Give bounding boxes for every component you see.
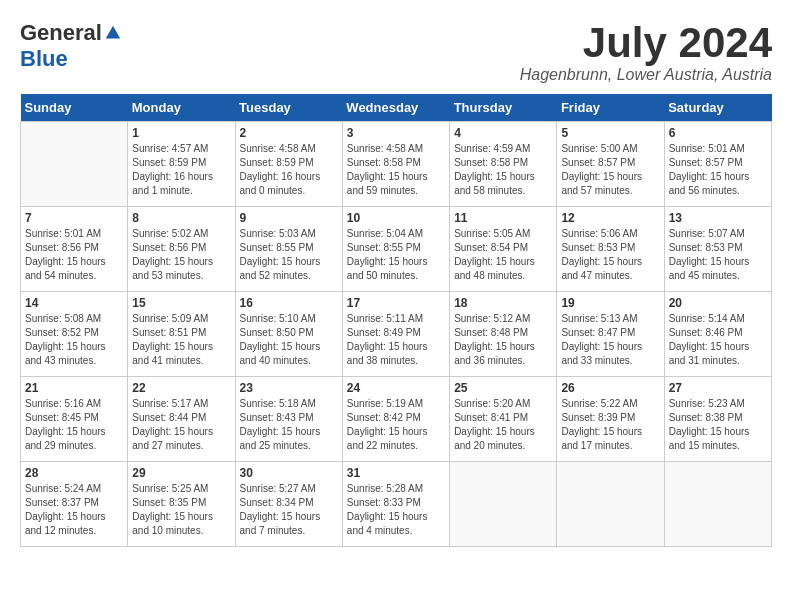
day-info: Sunrise: 5:25 AMSunset: 8:35 PMDaylight:… (132, 482, 230, 538)
svg-marker-0 (106, 26, 120, 39)
day-info: Sunrise: 5:01 AMSunset: 8:56 PMDaylight:… (25, 227, 123, 283)
day-cell: 9Sunrise: 5:03 AMSunset: 8:55 PMDaylight… (235, 207, 342, 292)
weekday-header-sunday: Sunday (21, 94, 128, 122)
day-info: Sunrise: 5:28 AMSunset: 8:33 PMDaylight:… (347, 482, 445, 538)
week-row-2: 7Sunrise: 5:01 AMSunset: 8:56 PMDaylight… (21, 207, 772, 292)
day-number: 23 (240, 381, 338, 395)
day-cell: 2Sunrise: 4:58 AMSunset: 8:59 PMDaylight… (235, 122, 342, 207)
day-info: Sunrise: 5:11 AMSunset: 8:49 PMDaylight:… (347, 312, 445, 368)
day-cell: 18Sunrise: 5:12 AMSunset: 8:48 PMDayligh… (450, 292, 557, 377)
day-cell: 13Sunrise: 5:07 AMSunset: 8:53 PMDayligh… (664, 207, 771, 292)
day-number: 9 (240, 211, 338, 225)
day-cell: 21Sunrise: 5:16 AMSunset: 8:45 PMDayligh… (21, 377, 128, 462)
day-number: 5 (561, 126, 659, 140)
day-number: 4 (454, 126, 552, 140)
day-info: Sunrise: 5:16 AMSunset: 8:45 PMDaylight:… (25, 397, 123, 453)
week-row-5: 28Sunrise: 5:24 AMSunset: 8:37 PMDayligh… (21, 462, 772, 547)
weekday-header-friday: Friday (557, 94, 664, 122)
day-info: Sunrise: 5:05 AMSunset: 8:54 PMDaylight:… (454, 227, 552, 283)
week-row-3: 14Sunrise: 5:08 AMSunset: 8:52 PMDayligh… (21, 292, 772, 377)
day-number: 27 (669, 381, 767, 395)
day-number: 24 (347, 381, 445, 395)
day-info: Sunrise: 5:07 AMSunset: 8:53 PMDaylight:… (669, 227, 767, 283)
day-cell: 10Sunrise: 5:04 AMSunset: 8:55 PMDayligh… (342, 207, 449, 292)
day-info: Sunrise: 5:23 AMSunset: 8:38 PMDaylight:… (669, 397, 767, 453)
day-cell: 16Sunrise: 5:10 AMSunset: 8:50 PMDayligh… (235, 292, 342, 377)
day-number: 20 (669, 296, 767, 310)
weekday-header-tuesday: Tuesday (235, 94, 342, 122)
day-cell: 31Sunrise: 5:28 AMSunset: 8:33 PMDayligh… (342, 462, 449, 547)
day-number: 15 (132, 296, 230, 310)
day-info: Sunrise: 5:27 AMSunset: 8:34 PMDaylight:… (240, 482, 338, 538)
day-number: 2 (240, 126, 338, 140)
logo-general: General (20, 20, 102, 46)
day-number: 19 (561, 296, 659, 310)
day-info: Sunrise: 5:06 AMSunset: 8:53 PMDaylight:… (561, 227, 659, 283)
day-info: Sunrise: 5:01 AMSunset: 8:57 PMDaylight:… (669, 142, 767, 198)
day-number: 21 (25, 381, 123, 395)
day-cell: 25Sunrise: 5:20 AMSunset: 8:41 PMDayligh… (450, 377, 557, 462)
day-number: 31 (347, 466, 445, 480)
logo: General Blue (20, 20, 124, 72)
day-number: 14 (25, 296, 123, 310)
day-cell: 23Sunrise: 5:18 AMSunset: 8:43 PMDayligh… (235, 377, 342, 462)
page-header: General Blue July 2024 Hagenbrunn, Lower… (20, 20, 772, 84)
location-title: Hagenbrunn, Lower Austria, Austria (520, 66, 772, 84)
day-number: 28 (25, 466, 123, 480)
day-info: Sunrise: 5:13 AMSunset: 8:47 PMDaylight:… (561, 312, 659, 368)
day-info: Sunrise: 4:57 AMSunset: 8:59 PMDaylight:… (132, 142, 230, 198)
day-info: Sunrise: 5:18 AMSunset: 8:43 PMDaylight:… (240, 397, 338, 453)
day-cell: 7Sunrise: 5:01 AMSunset: 8:56 PMDaylight… (21, 207, 128, 292)
day-info: Sunrise: 5:08 AMSunset: 8:52 PMDaylight:… (25, 312, 123, 368)
day-info: Sunrise: 4:59 AMSunset: 8:58 PMDaylight:… (454, 142, 552, 198)
day-cell (664, 462, 771, 547)
day-cell: 22Sunrise: 5:17 AMSunset: 8:44 PMDayligh… (128, 377, 235, 462)
day-info: Sunrise: 5:14 AMSunset: 8:46 PMDaylight:… (669, 312, 767, 368)
day-info: Sunrise: 4:58 AMSunset: 8:59 PMDaylight:… (240, 142, 338, 198)
day-cell: 14Sunrise: 5:08 AMSunset: 8:52 PMDayligh… (21, 292, 128, 377)
week-row-1: 1Sunrise: 4:57 AMSunset: 8:59 PMDaylight… (21, 122, 772, 207)
day-info: Sunrise: 4:58 AMSunset: 8:58 PMDaylight:… (347, 142, 445, 198)
day-number: 22 (132, 381, 230, 395)
day-number: 29 (132, 466, 230, 480)
day-cell: 27Sunrise: 5:23 AMSunset: 8:38 PMDayligh… (664, 377, 771, 462)
day-cell (557, 462, 664, 547)
weekday-header-wednesday: Wednesday (342, 94, 449, 122)
weekday-header-row: SundayMondayTuesdayWednesdayThursdayFrid… (21, 94, 772, 122)
day-cell: 3Sunrise: 4:58 AMSunset: 8:58 PMDaylight… (342, 122, 449, 207)
day-cell: 8Sunrise: 5:02 AMSunset: 8:56 PMDaylight… (128, 207, 235, 292)
day-number: 3 (347, 126, 445, 140)
day-cell: 17Sunrise: 5:11 AMSunset: 8:49 PMDayligh… (342, 292, 449, 377)
day-info: Sunrise: 5:04 AMSunset: 8:55 PMDaylight:… (347, 227, 445, 283)
logo-icon (104, 24, 122, 42)
week-row-4: 21Sunrise: 5:16 AMSunset: 8:45 PMDayligh… (21, 377, 772, 462)
day-cell: 20Sunrise: 5:14 AMSunset: 8:46 PMDayligh… (664, 292, 771, 377)
day-cell: 4Sunrise: 4:59 AMSunset: 8:58 PMDaylight… (450, 122, 557, 207)
day-cell: 28Sunrise: 5:24 AMSunset: 8:37 PMDayligh… (21, 462, 128, 547)
title-section: July 2024 Hagenbrunn, Lower Austria, Aus… (520, 20, 772, 84)
day-info: Sunrise: 5:00 AMSunset: 8:57 PMDaylight:… (561, 142, 659, 198)
day-info: Sunrise: 5:19 AMSunset: 8:42 PMDaylight:… (347, 397, 445, 453)
day-info: Sunrise: 5:17 AMSunset: 8:44 PMDaylight:… (132, 397, 230, 453)
day-info: Sunrise: 5:12 AMSunset: 8:48 PMDaylight:… (454, 312, 552, 368)
day-cell: 26Sunrise: 5:22 AMSunset: 8:39 PMDayligh… (557, 377, 664, 462)
calendar-table: SundayMondayTuesdayWednesdayThursdayFrid… (20, 94, 772, 547)
day-number: 16 (240, 296, 338, 310)
day-cell: 30Sunrise: 5:27 AMSunset: 8:34 PMDayligh… (235, 462, 342, 547)
day-cell: 6Sunrise: 5:01 AMSunset: 8:57 PMDaylight… (664, 122, 771, 207)
day-cell: 15Sunrise: 5:09 AMSunset: 8:51 PMDayligh… (128, 292, 235, 377)
day-cell: 1Sunrise: 4:57 AMSunset: 8:59 PMDaylight… (128, 122, 235, 207)
day-number: 11 (454, 211, 552, 225)
day-number: 13 (669, 211, 767, 225)
day-info: Sunrise: 5:20 AMSunset: 8:41 PMDaylight:… (454, 397, 552, 453)
day-cell: 24Sunrise: 5:19 AMSunset: 8:42 PMDayligh… (342, 377, 449, 462)
day-number: 7 (25, 211, 123, 225)
weekday-header-monday: Monday (128, 94, 235, 122)
day-cell: 19Sunrise: 5:13 AMSunset: 8:47 PMDayligh… (557, 292, 664, 377)
day-number: 30 (240, 466, 338, 480)
day-number: 1 (132, 126, 230, 140)
day-number: 8 (132, 211, 230, 225)
weekday-header-saturday: Saturday (664, 94, 771, 122)
day-number: 17 (347, 296, 445, 310)
day-cell: 5Sunrise: 5:00 AMSunset: 8:57 PMDaylight… (557, 122, 664, 207)
